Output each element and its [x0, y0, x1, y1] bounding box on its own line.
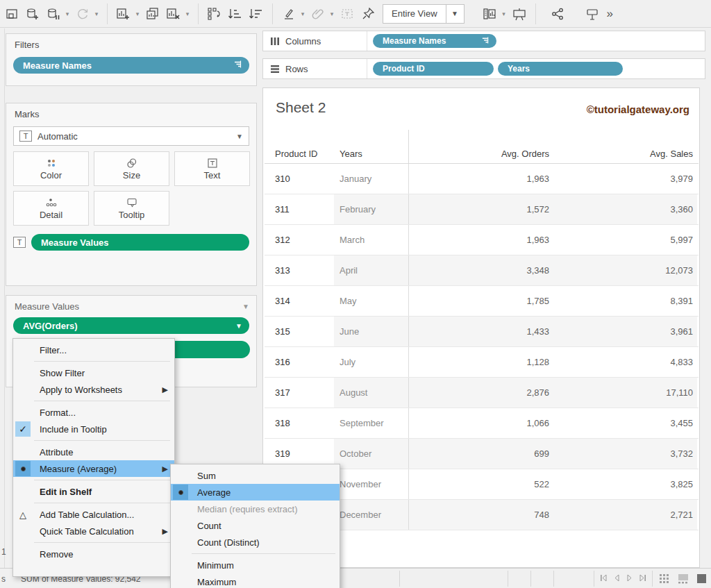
menu-item-edit-in-shelf[interactable]: Edit in Shelf — [13, 483, 174, 500]
mark-type-dropdown[interactable]: T Automatic ▼ — [13, 126, 249, 146]
pause-updates-caret[interactable]: ▾ — [64, 10, 71, 17]
cell-years[interactable]: February — [334, 194, 409, 224]
menu-item-add-table-calculation[interactable]: △ Add Table Calculation... — [13, 506, 174, 523]
share-icon[interactable] — [549, 3, 567, 24]
show-me-cards-icon[interactable] — [481, 3, 499, 24]
full-sheet-view-icon[interactable] — [696, 573, 708, 585]
cell-avg-orders[interactable]: 2,876 — [409, 378, 556, 408]
new-worksheet-caret[interactable]: ▾ — [134, 10, 141, 17]
submenu-item-sum[interactable]: Sum — [171, 467, 340, 484]
cell-avg-sales[interactable]: 12,073 — [556, 255, 697, 285]
duplicate-sheet-icon[interactable] — [144, 3, 162, 24]
menu-item-measure-average[interactable]: Measure (Average) ▶ — [13, 460, 174, 477]
cell-years[interactable]: November — [334, 469, 409, 499]
show-hide-cards-icon[interactable] — [583, 3, 601, 24]
first-page-icon[interactable] — [600, 574, 608, 584]
last-page-icon[interactable] — [639, 574, 646, 584]
column-header-avg-sales[interactable]: Avg. Sales — [556, 149, 697, 163]
cell-years[interactable]: December — [334, 500, 409, 530]
cell-avg-sales[interactable]: 8,391 — [556, 286, 697, 316]
previous-page-icon[interactable] — [613, 574, 621, 584]
clear-sheet-caret[interactable]: ▾ — [184, 10, 191, 17]
submenu-item-count-distinct[interactable]: Count (Distinct) — [171, 534, 340, 551]
measure-values-caret[interactable]: ▼ — [242, 303, 249, 310]
menu-item-attribute[interactable]: Attribute — [13, 444, 174, 460]
cell-avg-orders[interactable]: 1,785 — [409, 286, 556, 316]
fix-axes-pin-icon[interactable] — [359, 3, 377, 24]
new-worksheet-icon[interactable] — [115, 3, 133, 24]
cell-years[interactable]: January — [334, 164, 409, 194]
cell-product-id[interactable]: 311 — [265, 194, 334, 224]
refresh-icon[interactable] — [74, 3, 92, 24]
filmstrip-view-icon[interactable] — [677, 573, 689, 585]
size-button[interactable]: Size — [94, 151, 169, 186]
highlight-caret[interactable]: ▾ — [299, 10, 306, 17]
new-datasource-icon[interactable] — [24, 3, 42, 24]
cell-avg-sales[interactable]: 17,110 — [556, 378, 697, 408]
cell-avg-sales[interactable]: 3,979 — [556, 164, 697, 194]
rows-pill-product-id[interactable]: Product ID — [373, 62, 494, 76]
sort-descending-icon[interactable] — [247, 3, 265, 24]
cell-years[interactable]: October — [334, 439, 409, 469]
rows-pill-years[interactable]: Years — [498, 62, 623, 76]
show-mark-labels-icon[interactable] — [338, 3, 356, 24]
cell-avg-sales[interactable]: 5,997 — [556, 225, 697, 255]
fit-selector[interactable]: Entire View ▼ — [383, 4, 465, 24]
clear-sheet-icon[interactable] — [165, 3, 183, 24]
cell-years[interactable]: June — [334, 317, 409, 346]
cell-avg-orders[interactable]: 1,963 — [409, 225, 556, 255]
pill-caret-icon[interactable]: ▼ — [235, 322, 242, 330]
show-tabs-view-icon[interactable] — [658, 573, 670, 585]
cell-avg-orders[interactable]: 1,572 — [409, 194, 556, 224]
sort-ascending-icon[interactable] — [226, 3, 244, 24]
cell-avg-orders[interactable]: 522 — [409, 469, 556, 499]
pill-avg-orders[interactable]: AVG(Orders) ▼ — [13, 317, 249, 334]
cell-product-id[interactable]: 315 — [265, 317, 334, 346]
cell-avg-sales[interactable]: 3,455 — [556, 408, 697, 438]
cell-avg-sales[interactable]: 3,732 — [556, 439, 697, 469]
menu-item-filter[interactable]: Filter... — [13, 342, 174, 358]
menu-item-remove[interactable]: Remove — [13, 546, 174, 562]
cell-years[interactable]: March — [334, 225, 409, 255]
cell-avg-sales[interactable]: 3,825 — [556, 469, 697, 499]
marks-pill-measure-values[interactable]: Measure Values — [31, 234, 249, 251]
cell-avg-orders[interactable]: 1,066 — [409, 408, 556, 438]
presentation-mode-icon[interactable] — [510, 3, 528, 24]
highlight-icon[interactable] — [280, 3, 298, 24]
cell-avg-orders[interactable]: 1,433 — [409, 317, 556, 346]
cell-product-id[interactable]: 313 — [265, 255, 334, 285]
group-members-icon[interactable] — [309, 3, 327, 24]
cell-product-id[interactable]: 318 — [265, 408, 334, 438]
submenu-item-maximum[interactable]: Maximum — [171, 573, 340, 588]
toolbar-overflow-icon[interactable]: » — [607, 7, 613, 21]
column-header-avg-orders[interactable]: Avg. Orders — [409, 149, 556, 163]
fit-selector-caret[interactable]: ▼ — [446, 5, 464, 23]
cell-product-id[interactable]: 316 — [265, 347, 334, 377]
tooltip-button[interactable]: Tooltip — [94, 191, 169, 226]
cell-avg-orders[interactable]: 699 — [409, 439, 556, 469]
cell-product-id[interactable]: 310 — [265, 164, 334, 194]
menu-item-show-filter[interactable]: Show Filter — [13, 364, 174, 381]
column-header-years[interactable]: Years — [334, 130, 409, 163]
cell-years[interactable]: April — [334, 255, 409, 285]
color-button[interactable]: Color — [13, 151, 89, 186]
columns-pill-measure-names[interactable]: Measure Names — [373, 34, 496, 48]
swap-rows-columns-icon[interactable] — [206, 3, 224, 24]
menu-item-apply-to-worksheets[interactable]: Apply to Worksheets▶ — [13, 381, 174, 398]
save-icon[interactable] — [3, 3, 21, 24]
refresh-caret[interactable]: ▾ — [93, 10, 100, 17]
mark-type-caret[interactable]: ▼ — [236, 133, 243, 140]
cell-avg-orders[interactable]: 748 — [409, 500, 556, 530]
cell-avg-orders[interactable]: 1,963 — [409, 164, 556, 194]
detail-button[interactable]: Detail — [13, 191, 89, 226]
cell-product-id[interactable]: 312 — [265, 225, 334, 255]
submenu-item-average[interactable]: Average — [171, 484, 340, 501]
menu-item-include-in-tooltip[interactable]: ✓ Include in Tooltip — [13, 421, 174, 437]
cell-avg-orders[interactable]: 3,348 — [409, 255, 556, 285]
column-header-product-id[interactable]: Product ID — [265, 149, 334, 163]
cell-avg-sales[interactable]: 4,833 — [556, 347, 697, 377]
cell-avg-orders[interactable]: 1,128 — [409, 347, 556, 377]
submenu-item-count[interactable]: Count — [171, 517, 340, 534]
text-button[interactable]: Text — [174, 151, 250, 186]
filters-pill-measure-names[interactable]: Measure Names — [13, 57, 249, 74]
